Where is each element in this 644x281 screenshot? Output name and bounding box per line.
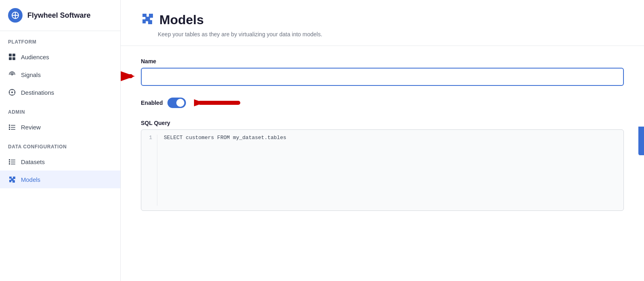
sql-label: SQL Query — [141, 120, 624, 126]
enabled-toggle[interactable] — [167, 98, 186, 108]
page-title: Models — [159, 12, 204, 27]
signal-icon — [8, 71, 16, 79]
page-subtitle: Keep your tables as they are by virtuali… — [158, 31, 624, 37]
sidebar-item-review[interactable]: Review — [0, 118, 120, 136]
sidebar-item-models[interactable]: Models — [0, 171, 120, 188]
app-logo: Flywheel Software — [0, 0, 120, 31]
svg-rect-17 — [11, 127, 15, 128]
svg-rect-20 — [9, 159, 10, 160]
sidebar-item-datasets[interactable]: Datasets — [0, 153, 120, 171]
svg-rect-24 — [9, 163, 10, 164]
platform-section-label: Platform — [0, 31, 120, 48]
data-config-section-label: Data Configuration — [0, 136, 120, 153]
svg-rect-3 — [9, 54, 12, 56]
review-label: Review — [21, 124, 41, 131]
sql-code[interactable]: SELECT customers FROM my_dataset.tables — [157, 135, 293, 206]
admin-section-label: Admin — [0, 101, 120, 118]
name-field-group: Name My New Data Model — [141, 58, 624, 86]
signals-label: Signals — [21, 71, 41, 78]
arrow-to-name — [121, 68, 137, 86]
datasets-label: Datasets — [21, 158, 45, 165]
svg-point-9 — [11, 92, 13, 93]
svg-rect-18 — [9, 129, 10, 130]
enabled-row: Enabled — [141, 96, 624, 110]
page-header: Models Keep your tables as they are by v… — [121, 0, 644, 46]
sidebar-item-signals[interactable]: Signals — [0, 66, 120, 83]
audiences-label: Audiences — [21, 54, 49, 60]
form-body: Name My New Data Model — [121, 46, 644, 281]
main-content: Models Keep your tables as they are by v… — [121, 0, 644, 281]
svg-rect-5 — [9, 57, 12, 60]
grid-icon — [8, 53, 16, 61]
logo-icon — [8, 8, 23, 23]
compass-icon — [8, 88, 16, 96]
enabled-label: Enabled — [141, 100, 163, 106]
name-input[interactable]: My New Data Model — [141, 68, 624, 86]
destinations-label: Destinations — [21, 89, 54, 96]
sql-query-group: SQL Query 1 SELECT customers FROM my_dat… — [141, 120, 624, 211]
toggle-slider — [167, 98, 186, 108]
svg-rect-14 — [9, 125, 10, 126]
svg-rect-16 — [9, 127, 10, 128]
sidebar-item-destinations[interactable]: Destinations — [0, 83, 120, 101]
list-icon — [8, 123, 16, 131]
svg-rect-4 — [12, 54, 15, 56]
sidebar-item-audiences[interactable]: Audiences — [0, 48, 120, 66]
datasets-icon — [8, 158, 16, 166]
page-title-icon — [141, 12, 154, 28]
models-puzzle-icon — [8, 175, 16, 183]
feedback-tab[interactable]: Feedback — [638, 126, 644, 155]
svg-rect-15 — [11, 125, 15, 126]
svg-point-7 — [11, 74, 13, 75]
name-label: Name — [141, 58, 624, 65]
svg-rect-22 — [9, 161, 10, 162]
sidebar: Flywheel Software Platform Audiences Sig… — [0, 0, 121, 281]
svg-rect-23 — [11, 162, 15, 162]
svg-rect-19 — [11, 129, 15, 130]
line-number-1: 1 — [146, 135, 152, 141]
svg-rect-25 — [11, 164, 15, 164]
svg-rect-21 — [11, 160, 15, 160]
line-numbers: 1 — [141, 135, 157, 206]
app-name: Flywheel Software — [27, 11, 91, 20]
svg-rect-6 — [12, 57, 15, 60]
sql-editor[interactable]: 1 SELECT customers FROM my_dataset.table… — [141, 129, 624, 211]
models-label: Models — [21, 176, 40, 183]
arrow-to-toggle — [194, 96, 242, 110]
